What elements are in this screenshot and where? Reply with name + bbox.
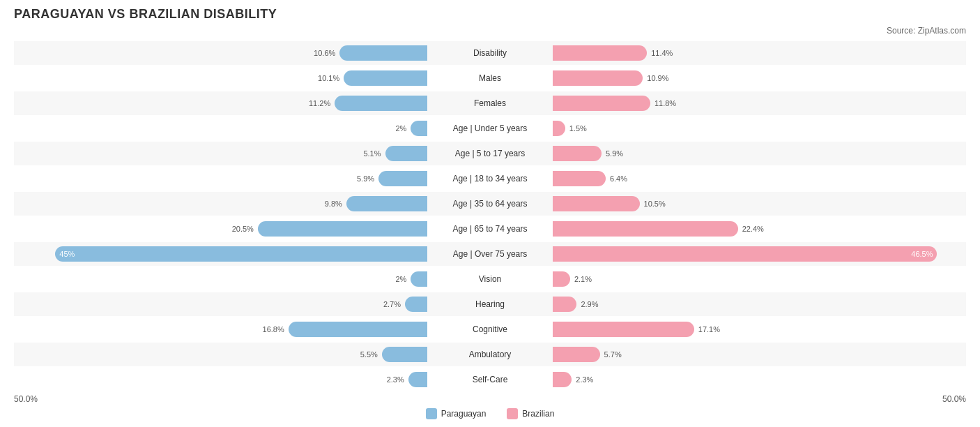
bar-right-1: 10.9% — [553, 70, 643, 86]
bar-right-7: 22.4% — [553, 221, 738, 237]
chart-row: 2.7% Hearing 2.9% — [14, 292, 966, 316]
chart-container: 2% Vision 2.1% — [14, 267, 966, 291]
chart-row: 16.8% Cognitive 17.1% — [14, 317, 966, 341]
legend-paraguayan: Paraguayan — [426, 408, 487, 419]
bar-left-1: 10.1% — [344, 70, 427, 86]
chart-row: 2% Vision 2.1% — [14, 267, 966, 291]
bar-right-3: 1.5% — [553, 121, 565, 136]
left-section: 10.1% — [14, 66, 427, 90]
left-section: 11.2% — [14, 91, 427, 115]
chart-container: 2.7% Hearing 2.9% — [14, 292, 966, 316]
val-right-9: 2.1% — [574, 275, 592, 283]
center-label-5: Age | 18 to 34 years — [427, 174, 553, 183]
chart-container: 10.1% Males 10.9% — [14, 66, 966, 90]
bar-left-8: 45% — [55, 246, 427, 262]
axis-right: 50.0% — [553, 394, 966, 404]
left-section: 20.5% — [14, 217, 427, 241]
chart-row: 20.5% Age | 65 to 74 years 22.4% — [14, 217, 966, 241]
right-section: 11.4% — [553, 41, 966, 65]
val-left-10: 2.7% — [383, 300, 401, 308]
val-right-13: 2.3% — [576, 375, 593, 384]
bar-left-3: 2% — [411, 121, 427, 136]
center-label-7: Age | 65 to 74 years — [427, 224, 553, 234]
right-section: 2.3% — [553, 368, 966, 391]
right-section: 5.9% — [553, 142, 966, 165]
bar-left-6: 9.8% — [346, 196, 427, 211]
val-right-3: 1.5% — [569, 124, 587, 133]
chart-container: 2% Age | Under 5 years 1.5% — [14, 117, 966, 140]
bar-left-0: 10.6% — [339, 45, 427, 61]
chart-container: 11.2% Females 11.8% — [14, 91, 966, 115]
right-section: 5.7% — [553, 343, 966, 366]
bar-left-2: 11.2% — [335, 96, 427, 111]
bar-right-8: 46.5% — [553, 246, 937, 262]
left-section: 2% — [14, 267, 427, 291]
bar-right-2: 11.8% — [553, 96, 650, 111]
center-label-1: Males — [427, 73, 553, 83]
chart-row: 5.5% Ambulatory 5.7% — [14, 343, 966, 366]
val-right-5: 6.4% — [610, 174, 627, 183]
val-left-0: 10.6% — [314, 49, 335, 57]
left-section: 2% — [14, 117, 427, 140]
chart-row: 2.3% Self-Care 2.3% — [14, 368, 966, 391]
bar-right-12: 5.7% — [553, 347, 600, 362]
chart-container: 5.1% Age | 5 to 17 years 5.9% — [14, 142, 966, 165]
val-left-9: 2% — [395, 275, 406, 283]
right-section: 10.9% — [553, 66, 966, 90]
val-left-5: 5.9% — [357, 174, 374, 183]
bar-left-13: 2.3% — [408, 372, 427, 387]
bar-left-11: 16.8% — [289, 322, 427, 337]
val-left-3: 2% — [395, 124, 406, 133]
bar-right-9: 2.1% — [553, 271, 570, 287]
left-section: 5.5% — [14, 343, 427, 366]
val-left-8: 45% — [59, 250, 75, 258]
val-right-1: 10.9% — [647, 74, 668, 82]
bar-left-5: 5.9% — [378, 171, 427, 186]
bar-left-7: 20.5% — [258, 221, 427, 237]
bar-left-10: 2.7% — [405, 297, 427, 312]
left-section: 10.6% — [14, 41, 427, 65]
val-right-6: 10.5% — [644, 200, 666, 208]
left-section: 2.7% — [14, 292, 427, 316]
chart-row: 10.6% Disability 11.4% — [14, 41, 966, 65]
right-section: 46.5% — [553, 242, 966, 266]
axis-left: 50.0% — [14, 394, 427, 404]
center-label-11: Cognitive — [427, 324, 553, 334]
center-label-2: Females — [427, 98, 553, 108]
chart-container: 9.8% Age | 35 to 64 years 10.5% — [14, 192, 966, 216]
center-label-12: Ambulatory — [427, 350, 553, 359]
center-label-0: Disability — [427, 48, 553, 58]
right-section: 2.1% — [553, 267, 966, 291]
val-left-2: 11.2% — [309, 99, 330, 107]
bar-right-11: 17.1% — [553, 322, 694, 337]
right-section: 2.9% — [553, 292, 966, 316]
paraguayan-swatch — [426, 408, 437, 419]
chart-row: 2% Age | Under 5 years 1.5% — [14, 117, 966, 140]
center-label-3: Age | Under 5 years — [427, 123, 553, 133]
legend-brazilian: Brazilian — [507, 408, 554, 419]
val-right-2: 11.8% — [654, 99, 676, 107]
center-label-9: Vision — [427, 274, 553, 284]
left-section: 2.3% — [14, 368, 427, 391]
legend-paraguayan-label: Paraguayan — [441, 409, 487, 419]
val-left-6: 9.8% — [325, 200, 342, 208]
right-section: 6.4% — [553, 167, 966, 190]
bar-right-0: 11.4% — [553, 45, 647, 61]
val-left-12: 5.5% — [360, 350, 378, 359]
brazilian-swatch — [507, 408, 518, 419]
chart-container: 5.5% Ambulatory 5.7% — [14, 343, 966, 366]
chart-row: 5.9% Age | 18 to 34 years 6.4% — [14, 167, 966, 190]
chart-container: 10.6% Disability 11.4% — [14, 41, 966, 65]
val-right-11: 17.1% — [698, 325, 720, 334]
chart-row: 45% Age | Over 75 years 46.5% — [14, 242, 966, 266]
bar-left-12: 5.5% — [382, 347, 427, 362]
bar-right-10: 2.9% — [553, 297, 576, 312]
val-right-7: 22.4% — [742, 225, 764, 233]
val-left-11: 16.8% — [263, 325, 284, 334]
chart-container: 45% Age | Over 75 years 46.5% — [14, 242, 966, 266]
val-left-13: 2.3% — [387, 375, 404, 384]
bar-left-4: 5.1% — [385, 146, 427, 161]
source-label: Source: ZipAtlas.com — [14, 26, 966, 36]
val-left-1: 10.1% — [318, 74, 339, 82]
left-section: 16.8% — [14, 317, 427, 341]
